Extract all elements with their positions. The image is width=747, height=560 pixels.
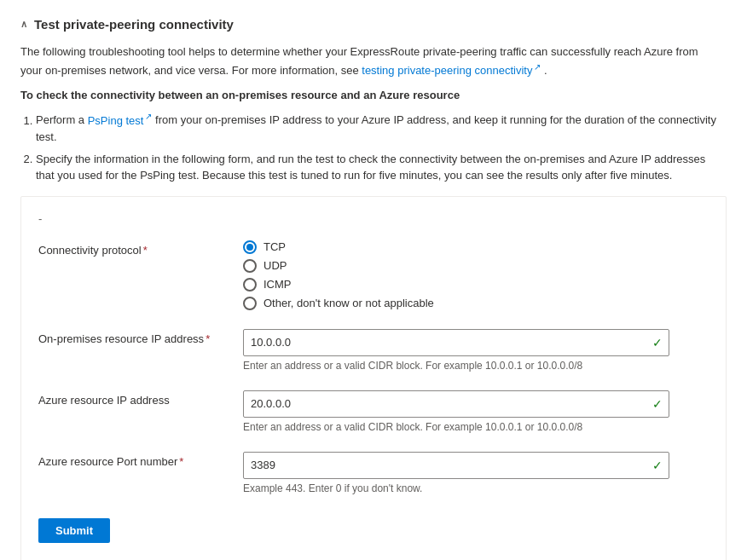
on-premises-ip-control: ✓ Enter an address or a valid CIDR block… <box>243 329 669 372</box>
port-number-input[interactable] <box>243 452 669 479</box>
connectivity-protocol-row: Connectivity protocol* TCP UDP ICMP <box>38 240 709 310</box>
port-number-row: Azure resource Port number* ✓ Example 44… <box>38 452 709 494</box>
step-1: Perform a PsPing test↗ from your on-prem… <box>36 110 727 145</box>
form-container: - Connectivity protocol* TCP UDP ICMP <box>20 196 727 560</box>
azure-ip-wrapper: ✓ <box>243 390 669 418</box>
step-2: Specify the information in the following… <box>36 151 727 184</box>
radio-udp-input[interactable] <box>243 259 257 273</box>
azure-ip-row: Azure resource IP address ✓ Enter an add… <box>38 390 709 433</box>
check-icon-1: ✓ <box>652 336 663 349</box>
azure-ip-input[interactable] <box>243 390 669 418</box>
required-indicator-2: * <box>206 332 210 345</box>
port-number-label: Azure resource Port number* <box>38 452 243 468</box>
protocol-radio-group: TCP UDP ICMP Other, don't know or not ap… <box>243 240 669 310</box>
chevron-up-icon: ∧ <box>20 19 27 30</box>
azure-ip-hint: Enter an address or a valid CIDR block. … <box>243 421 669 433</box>
radio-icmp-input[interactable] <box>243 278 257 292</box>
radio-tcp[interactable]: TCP <box>243 240 669 254</box>
psping-link[interactable]: PsPing test↗ <box>88 114 153 127</box>
azure-ip-control: ✓ Enter an address or a valid CIDR block… <box>243 390 669 433</box>
page-title: Test private-peering connectivity <box>34 17 234 32</box>
radio-icmp[interactable]: ICMP <box>243 278 669 292</box>
check-icon-2: ✓ <box>652 397 663 411</box>
bold-instruction: To check the connectivity between an on-… <box>20 89 727 101</box>
check-icon-3: ✓ <box>652 459 663 472</box>
radio-udp[interactable]: UDP <box>243 259 669 273</box>
dash-line: - <box>38 212 709 225</box>
description-text: The following troubleshooting tool helps… <box>20 43 720 78</box>
on-premises-ip-wrapper: ✓ <box>243 329 669 356</box>
port-number-hint: Example 443. Enter 0 if you don't know. <box>243 482 669 494</box>
submit-button[interactable]: Submit <box>38 518 110 543</box>
azure-ip-label: Azure resource IP address <box>38 390 243 407</box>
on-premises-ip-label: On-premises resource IP address* <box>38 329 243 345</box>
required-indicator: * <box>143 244 148 257</box>
radio-tcp-input[interactable] <box>243 240 257 254</box>
required-indicator-3: * <box>179 455 183 468</box>
port-number-control: ✓ Example 443. Enter 0 if you don't know… <box>243 452 669 494</box>
connectivity-protocol-control: TCP UDP ICMP Other, don't know or not ap… <box>243 240 669 310</box>
on-premises-ip-row: On-premises resource IP address* ✓ Enter… <box>38 329 709 372</box>
port-number-wrapper: ✓ <box>243 452 669 479</box>
steps-list: Perform a PsPing test↗ from your on-prem… <box>36 110 727 183</box>
connectivity-protocol-label: Connectivity protocol* <box>38 240 243 257</box>
radio-other[interactable]: Other, don't know or not applicable <box>243 297 669 310</box>
page-title-section[interactable]: ∧ Test private-peering connectivity <box>20 17 727 32</box>
radio-other-input[interactable] <box>243 297 257 310</box>
on-premises-ip-input[interactable] <box>243 329 669 356</box>
on-premises-ip-hint: Enter an address or a valid CIDR block. … <box>243 360 669 372</box>
private-peering-link[interactable]: testing private-peering connectivity↗ <box>362 64 544 77</box>
